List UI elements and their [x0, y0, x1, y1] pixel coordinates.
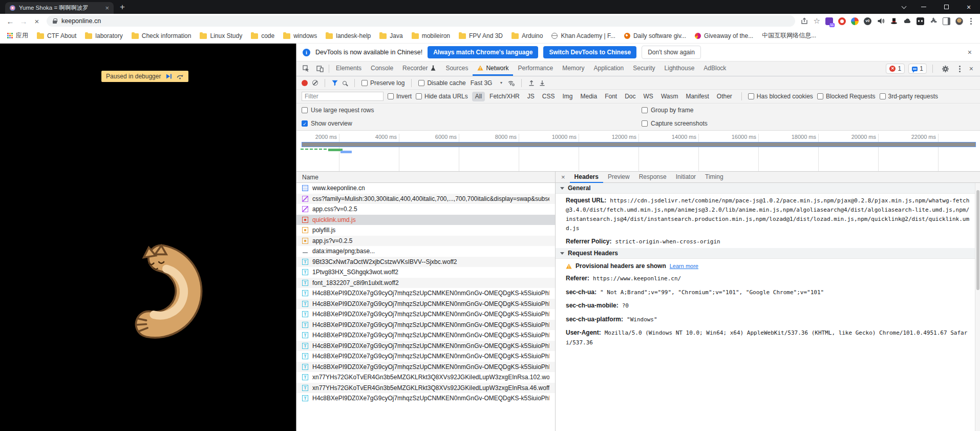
export-har-icon[interactable] [539, 80, 545, 86]
devtools-menu-icon[interactable] [959, 68, 961, 70]
has-blocked-cookies-option[interactable]: Has blocked cookies [748, 93, 813, 100]
name-column-header[interactable]: Name [296, 172, 555, 183]
devtools-tab[interactable]: Memory [558, 61, 589, 76]
device-toolbar-icon[interactable] [313, 62, 327, 75]
bookmark-star-icon[interactable]: ☆ [814, 16, 820, 26]
resource-type-filter[interactable]: Img [559, 92, 576, 101]
has-blocked-cookies-checkbox[interactable] [748, 93, 754, 99]
inspect-element-icon[interactable] [299, 62, 313, 75]
settings-gear-icon[interactable] [939, 62, 952, 75]
invert-option[interactable]: Invert [388, 93, 412, 100]
search-icon[interactable] [343, 81, 347, 85]
bookmark-item[interactable]: Arduino [512, 32, 543, 39]
resource-type-filter[interactable]: CSS [539, 92, 558, 101]
speaker-icon[interactable] [877, 17, 885, 25]
resource-type-filter[interactable]: WS [641, 92, 656, 101]
request-row[interactable]: H4c8BXePI9DZ0Xe7gG9cyOj7mhqzSzUpCNMKEN0n… [296, 288, 555, 299]
request-row[interactable]: quicklink.umd.js [296, 215, 555, 225]
address-bar[interactable]: keeponline.cn [47, 15, 795, 27]
resume-script-button[interactable] [165, 73, 172, 79]
request-row[interactable]: H4c8BXePI9DZ0Xe7gG9cyOj7mhqzSzUpCNMKEN0n… [296, 330, 555, 341]
filter-input[interactable] [302, 92, 384, 101]
browser-tab[interactable]: Yume Shoka = 啊啊啊波罗 × [5, 2, 114, 14]
request-row[interactable]: css?family=Mulish:300,300italic,400,400i… [296, 194, 555, 204]
url-text[interactable]: keeponline.cn [61, 17, 101, 25]
stop-loading-button[interactable]: × [30, 17, 44, 26]
third-party-requests-option[interactable]: 3rd-party requests [880, 93, 938, 100]
resource-type-filter[interactable]: Fetch/XHR [486, 92, 523, 101]
match-language-button[interactable]: Always match Chrome's language [428, 46, 538, 58]
blocked-requests-option[interactable]: Blocked Requests [817, 93, 876, 100]
resource-type-filter[interactable]: Manifest [683, 92, 712, 101]
request-row[interactable]: H4c8BXePI9DZ0Xe7gG9cyOj7mhqzSzUpCNMKEN0n… [296, 309, 555, 320]
invert-checkbox[interactable] [388, 93, 394, 99]
devtools-close-icon[interactable]: × [967, 65, 975, 73]
top-hat-icon[interactable] [890, 17, 898, 25]
hide-data-urls-checkbox[interactable] [416, 93, 422, 99]
group-by-frame-checkbox[interactable] [642, 107, 648, 113]
request-row[interactable]: 9Bt33CxNwt7aOctW2xjbCstzwVKsIBVV--Sjxbc.… [296, 257, 555, 268]
scrollbar[interactable] [975, 183, 980, 431]
bookmark-item[interactable]: Linux Study [200, 32, 242, 39]
devtools-tab[interactable]: Performance [513, 61, 558, 76]
tab-close-icon[interactable]: × [105, 4, 109, 12]
bookmark-item[interactable]: CTF About [37, 32, 76, 39]
details-tab[interactable]: Preview [603, 172, 634, 183]
request-row[interactable]: H4c8BXePI9DZ0Xe7gG9cyOj7mhqzSzUpCNMKEN0n… [296, 362, 555, 373]
learn-more-link[interactable]: Learn more [670, 263, 698, 269]
disable-cache-option[interactable]: Disable cache [418, 79, 465, 87]
devtools-tab[interactable]: Console [366, 61, 398, 76]
general-section-header[interactable]: General [556, 183, 975, 194]
bookmark-item[interactable]: FPV And 3D [459, 32, 503, 39]
network-conditions-icon[interactable] [507, 79, 515, 86]
request-row[interactable]: font_1832207_c8i9n1ulxlt.woff2 [296, 278, 555, 289]
request-row[interactable]: app.js?v=0.2.5 [296, 236, 555, 247]
bookmark-item[interactable]: 中国互联网络信息... [762, 31, 816, 40]
request-row[interactable]: 1Ptvg83HX_SGhgqk3wot.woff2 [296, 267, 555, 278]
resource-type-filter[interactable]: Wasm [658, 92, 681, 101]
details-tab[interactable]: Response [634, 172, 671, 183]
bookmark-item[interactable]: laboratory [85, 32, 122, 39]
maximize-button[interactable] [935, 0, 957, 14]
request-headers-section-header[interactable]: Request Headers [556, 248, 975, 259]
resource-type-filter[interactable]: Font [602, 92, 620, 101]
minimize-button[interactable] [912, 0, 935, 14]
scrollbar-thumb[interactable] [976, 190, 979, 290]
resource-type-filter[interactable]: Other [714, 92, 735, 101]
record-network-log-icon[interactable] [302, 80, 308, 86]
puzzle-extensions-icon[interactable] [929, 17, 938, 25]
devtools-tab[interactable]: AdBlock [699, 61, 731, 76]
share-icon[interactable] [800, 17, 808, 25]
resource-type-filter[interactable]: JS [524, 92, 538, 101]
clear-network-log-icon[interactable] [312, 80, 318, 86]
bookmark-item[interactable]: mobileiron [412, 32, 450, 39]
import-har-icon[interactable] [528, 80, 535, 86]
extension-icon-purple[interactable]: 11 [825, 17, 833, 25]
bookmark-item[interactable]: code [251, 32, 274, 39]
capture-screenshots-checkbox[interactable] [642, 120, 648, 127]
bookmark-item[interactable]: Khan Academy | F... [551, 32, 615, 39]
extension-icon-vo[interactable] [864, 17, 871, 25]
lock-icon[interactable] [53, 20, 57, 24]
tab-search-chevron-icon[interactable] [895, 6, 912, 8]
details-tab[interactable]: Initiator [671, 172, 700, 183]
resource-type-filter[interactable]: All [472, 92, 485, 101]
devtools-tab[interactable]: Sources [441, 61, 473, 76]
blocked-requests-checkbox[interactable] [817, 93, 823, 99]
error-badge[interactable]: 1 [886, 64, 905, 74]
bookmark-item[interactable]: Check information [132, 32, 191, 39]
request-row[interactable]: H4c8BXePI9DZ0Xe7gG9cyOj7mhqzSzUpCNMKEN0n… [296, 351, 555, 362]
preserve-log-option[interactable]: Preserve log [361, 79, 404, 87]
overview-waterfall[interactable] [296, 141, 980, 171]
forward-button[interactable]: → [17, 17, 30, 26]
side-panel-icon[interactable] [943, 17, 950, 25]
throttling-select[interactable]: Fast 3G ▼ [471, 79, 503, 87]
infobar-close-icon[interactable]: × [966, 48, 974, 56]
request-row[interactable]: H4c8BXePI9DZ0Xe7gG9cyOj7mhqzSzUpCNMKEN0n… [296, 320, 555, 331]
issues-badge[interactable]: 1 [908, 64, 927, 74]
devtools-tab[interactable]: Lighthouse [660, 61, 699, 76]
bookmark-item[interactable]: Daily software giv... [624, 32, 686, 39]
bookmark-item[interactable]: windows [283, 32, 317, 39]
request-row[interactable]: polyfill.js [296, 225, 555, 236]
devtools-tab[interactable]: Security [628, 61, 659, 76]
